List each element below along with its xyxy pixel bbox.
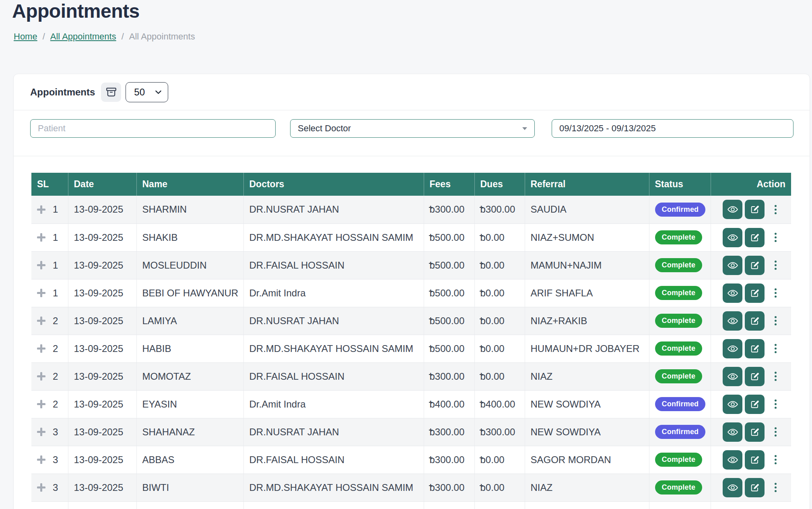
view-button[interactable] xyxy=(723,283,742,303)
eye-icon xyxy=(727,232,738,243)
edit-button[interactable] xyxy=(745,339,765,358)
kebab-menu-icon xyxy=(775,483,777,485)
per-page-value: 50 xyxy=(134,87,145,98)
pencil-square-icon xyxy=(750,482,760,493)
column-header-name: Name xyxy=(136,173,243,196)
view-button[interactable] xyxy=(723,422,742,442)
expand-row-plus-icon[interactable] xyxy=(37,455,45,464)
action-cell xyxy=(711,418,791,446)
name-cell: MOMOTAZ xyxy=(136,362,243,390)
expand-row-plus-icon[interactable] xyxy=(37,261,45,269)
referral-cell: ARIF SHAFLA xyxy=(525,279,649,307)
name-cell: MOSLEUDDIN xyxy=(136,251,243,279)
edit-button[interactable] xyxy=(745,478,765,497)
view-button[interactable] xyxy=(723,256,742,275)
view-button[interactable] xyxy=(723,228,742,247)
kebab-menu-icon xyxy=(775,205,777,207)
dues-cell: b0.00 xyxy=(474,307,525,335)
date-cell: 13-09-2025 xyxy=(68,279,136,307)
name-cell xyxy=(136,501,243,509)
edit-button[interactable] xyxy=(745,283,765,303)
more-actions-button[interactable] xyxy=(775,344,777,353)
breadcrumb-current: All Appointments xyxy=(129,31,195,42)
status-badge: Complete xyxy=(655,369,703,383)
per-page-select[interactable]: 50 xyxy=(126,82,168,102)
eye-icon xyxy=(727,371,738,382)
view-button[interactable] xyxy=(723,450,742,470)
name-cell: BIWTI xyxy=(136,474,243,501)
more-actions-button[interactable] xyxy=(775,455,777,464)
view-button[interactable] xyxy=(723,339,742,358)
doctor-cell: DR.FAISAL HOSSAIN xyxy=(243,251,424,279)
eye-icon xyxy=(727,454,738,466)
sl-cell: 2 xyxy=(31,390,68,418)
page-title: Appointments xyxy=(12,0,140,22)
sl-cell: 3 xyxy=(31,474,68,501)
sl-cell: 2 xyxy=(31,362,68,390)
doctor-cell: DR.FAISAL HOSSAIN xyxy=(243,362,424,390)
doctor-select[interactable]: Select Doctor xyxy=(290,119,535,138)
expand-row-plus-icon[interactable] xyxy=(37,317,45,325)
referral-cell xyxy=(525,501,649,509)
fees-cell: b500.00 xyxy=(424,307,474,335)
edit-button[interactable] xyxy=(745,311,765,331)
table-row: 3 13-09-2025 BIWTI DR.MD.SHAKAYAT HOSSAI… xyxy=(31,474,791,501)
table-header: SL Date Name Doctors Fees Dues Referral … xyxy=(31,173,791,196)
edit-button[interactable] xyxy=(745,367,765,386)
dues-cell: b0.00 xyxy=(474,335,525,362)
referral-cell: SAUDIA xyxy=(525,196,649,223)
fees-cell: b300.00 xyxy=(424,474,474,501)
expand-row-plus-icon[interactable] xyxy=(37,428,45,436)
more-actions-button[interactable] xyxy=(775,261,777,270)
edit-button[interactable] xyxy=(745,395,765,414)
column-header-fees: Fees xyxy=(424,173,474,196)
sl-value: 2 xyxy=(53,399,58,410)
more-actions-button[interactable] xyxy=(775,372,777,381)
eye-icon xyxy=(727,482,738,493)
column-header-referral: Referral xyxy=(525,173,649,196)
view-button[interactable] xyxy=(723,200,742,219)
expand-row-plus-icon[interactable] xyxy=(37,344,45,353)
date-range-input[interactable] xyxy=(552,119,793,138)
edit-button[interactable] xyxy=(745,256,765,275)
edit-button[interactable] xyxy=(745,228,765,247)
more-actions-button[interactable] xyxy=(775,399,777,409)
view-button[interactable] xyxy=(723,395,742,414)
more-actions-button[interactable] xyxy=(775,427,777,437)
taka-symbol: b xyxy=(480,315,486,327)
dues-cell xyxy=(474,501,525,509)
more-actions-button[interactable] xyxy=(775,205,777,214)
kebab-menu-icon xyxy=(775,399,777,401)
edit-button[interactable] xyxy=(745,200,765,219)
view-button[interactable] xyxy=(723,478,742,497)
table-body: 1 13-09-2025 SHARMIN DR.NUSRAT JAHAN b30… xyxy=(31,196,791,509)
pencil-square-icon xyxy=(750,288,760,298)
patient-filter-input[interactable] xyxy=(30,119,276,138)
more-actions-button[interactable] xyxy=(775,483,777,492)
more-actions-button[interactable] xyxy=(775,316,777,325)
expand-row-plus-icon[interactable] xyxy=(37,233,45,242)
expand-row-plus-icon[interactable] xyxy=(37,372,45,381)
breadcrumb-link-home[interactable]: Home xyxy=(14,31,37,42)
doctor-cell: Dr.Amit Indra xyxy=(243,279,424,307)
taka-symbol: b xyxy=(430,343,435,354)
status-badge: Complete xyxy=(655,230,703,244)
expand-row-plus-icon[interactable] xyxy=(37,289,45,297)
breadcrumb-link-all-appointments[interactable]: All Appointments xyxy=(50,31,116,42)
taka-symbol: b xyxy=(430,204,435,215)
edit-button[interactable] xyxy=(745,450,765,470)
view-button[interactable] xyxy=(723,311,742,331)
date-cell: 13-09-2025 xyxy=(68,390,136,418)
sl-value: 1 xyxy=(53,204,58,215)
more-actions-button[interactable] xyxy=(775,288,777,298)
expand-row-plus-icon[interactable] xyxy=(37,400,45,408)
archive-button[interactable] xyxy=(101,83,121,102)
view-button[interactable] xyxy=(723,367,742,386)
more-actions-button[interactable] xyxy=(775,233,777,242)
expand-row-plus-icon[interactable] xyxy=(37,483,45,492)
pencil-square-icon xyxy=(750,204,760,215)
taka-symbol: b xyxy=(480,343,486,354)
edit-button[interactable] xyxy=(745,422,765,442)
expand-row-plus-icon[interactable] xyxy=(37,205,45,214)
pencil-square-icon xyxy=(750,316,760,326)
